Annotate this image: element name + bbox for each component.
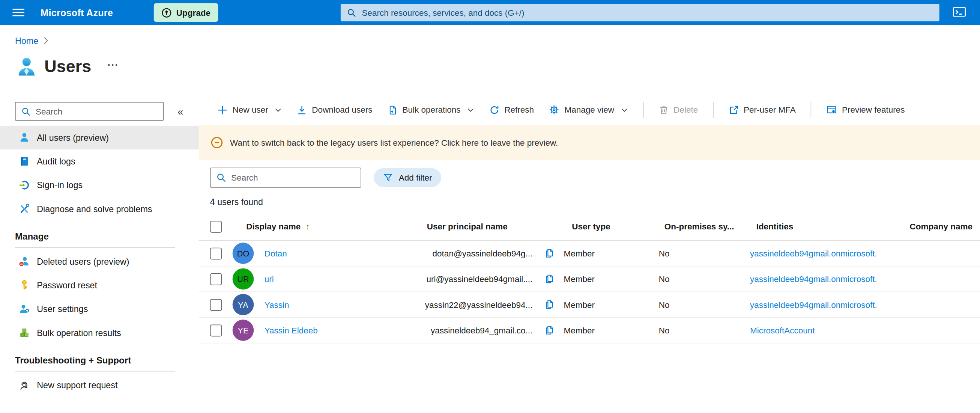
sidebar-item-user-settings[interactable]: User settings (0, 297, 199, 321)
upgrade-button[interactable]: Upgrade (154, 3, 218, 22)
sidebar-collapse-button[interactable]: « (177, 106, 183, 116)
user-principal-name: uri@yassineldeeb94gmail.... (414, 274, 539, 284)
download-icon (297, 105, 307, 115)
user-display-name-link[interactable]: uri (264, 274, 274, 284)
top-bar: Microsoft Azure Upgrade (0, 0, 980, 25)
sign-in-icon (19, 179, 30, 191)
add-filter-button[interactable]: Add filter (374, 168, 441, 187)
download-users-button[interactable]: Download users (297, 105, 372, 115)
user-principal-name: yassineldeeb94_gmail.co... (414, 325, 539, 335)
copy-icon[interactable] (539, 300, 560, 310)
user-display-name-link[interactable]: Yassin Eldeeb (264, 325, 318, 335)
sidebar-item-all-users[interactable]: All users (preview) (0, 126, 199, 150)
banner-message[interactable]: Want to switch back to the legacy users … (230, 138, 558, 147)
sidebar-item-new-support-request[interactable]: New support request (0, 373, 199, 397)
column-header-on-premises[interactable]: On-premises sy... (652, 222, 746, 231)
chevron-down-icon (467, 106, 474, 113)
sidebar-section-manage: Manage (15, 231, 199, 241)
identities-link[interactable]: yassineldeeb94gmail.onmicrosoft. (746, 249, 896, 258)
table-row: DO Dotan dotan@yassineldeeb94g... Member… (199, 241, 980, 266)
avatar: UR (232, 268, 254, 290)
sidebar-item-bulk-operation-results[interactable]: Bulk operation results (0, 321, 199, 344)
content-area: New user Download users Bulk operations … (199, 95, 980, 397)
divider (15, 371, 175, 372)
sidebar-section-troubleshooting: Troubleshooting + Support (15, 355, 199, 365)
user-display-name-link[interactable]: Dotan (264, 249, 287, 258)
sidebar-item-label: All users (preview) (37, 132, 109, 143)
sidebar-item-deleted-users[interactable]: Deleted users (preview) (0, 250, 199, 273)
avatar: DO (232, 242, 254, 264)
toolbar-separator (713, 102, 714, 118)
column-header-company-name[interactable]: Company name (896, 222, 980, 231)
sidebar-search-input[interactable] (35, 106, 163, 116)
search-icon (347, 8, 356, 17)
sidebar-item-audit-logs[interactable]: Audit logs (0, 150, 199, 173)
filter-row: Add filter (210, 167, 980, 187)
new-user-button[interactable]: New user (218, 105, 282, 115)
column-header-identities[interactable]: Identities (746, 222, 896, 231)
brand-microsoft-azure[interactable]: Microsoft Azure (41, 7, 113, 18)
preview-banner: Want to switch back to the legacy users … (199, 125, 980, 160)
sidebar-item-diagnose[interactable]: Diagnose and solve problems (0, 197, 199, 221)
bulk-operations-button[interactable]: Bulk operations (388, 105, 475, 115)
sidebar-item-label: Sign-in logs (37, 180, 83, 190)
sidebar-search-box[interactable] (15, 102, 164, 121)
window-gear-icon (826, 104, 837, 115)
select-all-checkbox[interactable] (210, 220, 222, 233)
breadcrumb-home-link[interactable]: Home (15, 36, 38, 46)
refresh-button[interactable]: Refresh (489, 105, 534, 115)
row-checkbox[interactable] (210, 247, 222, 260)
table-row: YE Yassin Eldeeb yassineldeeb94_gmail.co… (199, 317, 980, 343)
row-checkbox[interactable] (210, 324, 222, 336)
column-header-upn[interactable]: User principal name (414, 222, 539, 231)
identities-link[interactable]: yassineldeeb94gmail.onmicrosoft. (746, 274, 896, 284)
on-premises-sync: No (652, 274, 746, 284)
user-principal-name: yassin22@yassineldeeb94... (414, 300, 539, 309)
toolbar-separator (643, 102, 644, 118)
toolbar-separator (811, 102, 811, 118)
sidebar-item-label: User settings (37, 304, 88, 314)
cloud-shell-icon[interactable] (953, 6, 966, 18)
breadcrumb: Home (15, 35, 980, 46)
user-type: Member (560, 325, 653, 335)
row-checkbox[interactable] (210, 298, 222, 311)
page-header: Users ... (15, 54, 980, 81)
column-header-user-type[interactable]: User type (560, 222, 653, 231)
manage-view-button[interactable]: Manage view (549, 104, 628, 115)
chevron-down-icon (620, 106, 628, 113)
identities-link[interactable]: MicrosoftAccount (746, 325, 896, 335)
users-search-box[interactable] (210, 167, 361, 187)
column-header-display-name[interactable]: Display name ↑ (232, 222, 414, 231)
users-search-input[interactable] (230, 172, 361, 183)
search-icon (21, 107, 31, 116)
chevron-down-icon (274, 106, 282, 113)
row-checkbox[interactable] (210, 273, 222, 285)
gear-icon (549, 104, 559, 115)
sidebar: « All users (preview) Audit logs Sign-in… (0, 95, 199, 397)
table-row: YA Yassin yassin22@yassineldeeb94... Mem… (199, 292, 980, 317)
sidebar-search-row: « (15, 102, 199, 121)
user-deleted-icon (19, 256, 30, 267)
copy-icon[interactable] (539, 325, 560, 335)
identities-link[interactable]: yassineldeeb94gmail.onmicrosoft. (746, 300, 896, 309)
hamburger-menu-icon[interactable] (13, 8, 24, 17)
main-area: « All users (preview) Audit logs Sign-in… (0, 95, 980, 397)
user-display-name-link[interactable]: Yassin (264, 300, 289, 309)
sidebar-item-label: Audit logs (37, 156, 75, 166)
per-user-mfa-button[interactable]: Per-user MFA (729, 105, 796, 115)
global-search-bar[interactable] (340, 4, 939, 21)
copy-icon[interactable] (539, 274, 560, 284)
global-search-input[interactable] (361, 7, 939, 18)
filter-funnel-icon (383, 173, 393, 183)
delete-button[interactable]: Delete (659, 105, 698, 115)
divider (15, 247, 175, 248)
preview-features-button[interactable]: Preview features (826, 104, 905, 115)
sidebar-item-label: Bulk operation results (37, 328, 121, 338)
copy-icon[interactable] (539, 248, 560, 258)
trash-icon (659, 105, 668, 115)
search-icon (216, 173, 226, 183)
sidebar-item-sign-in-logs[interactable]: Sign-in logs (0, 173, 199, 197)
more-options-button[interactable]: ... (108, 57, 119, 69)
sidebar-item-password-reset[interactable]: Password reset (0, 273, 199, 297)
sidebar-item-label: Password reset (37, 280, 97, 290)
